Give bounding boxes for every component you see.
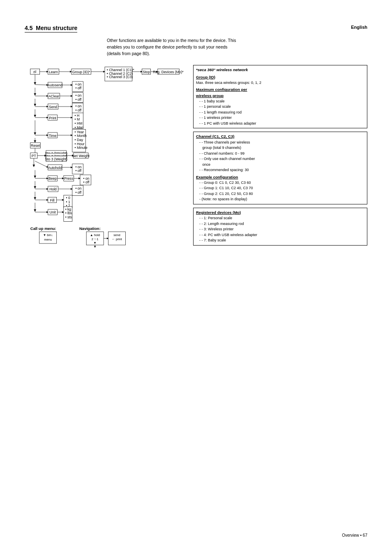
example-item: - Group 1: C1 10, C2 40, C3 70 — [199, 185, 364, 191]
config-item: - 1 baby scale — [199, 99, 364, 104]
svg-text:• 1: • 1 — [66, 200, 70, 204]
device-item: - 2: Length measuring rod — [199, 221, 364, 227]
channel-item: - Channel numbers: 0 - 99 — [199, 151, 364, 157]
svg-text:Learn: Learn — [49, 70, 58, 74]
device-item: - 4: PC with USB wireless adapter — [199, 232, 364, 238]
channel-list: - Three channels per wireless group (tot… — [196, 140, 364, 173]
svg-text:• off: • off — [75, 169, 81, 173]
svg-text:PT: PT — [32, 154, 37, 158]
svg-text:Autosend: Autosend — [48, 83, 62, 88]
config-item: - 1 length measuring rod — [199, 110, 364, 116]
group-id-text: Max. three seca wireless groups: 0, 1, 2 — [196, 80, 364, 86]
svg-text:• lbs: • lbs — [65, 211, 72, 216]
seca-network-title: *seca 360° wireless network — [196, 67, 364, 73]
registered-devices-section: Registered devices (Mo) - 1: Personal sc… — [193, 208, 367, 246]
info-panel: *seca 360° wireless network Group (ID) M… — [189, 65, 367, 321]
svg-text:• Hour: • Hour — [75, 142, 85, 146]
svg-text:• H: • H — [75, 114, 80, 118]
channel-section: Channel (C1, C2, C3) - Three channels pe… — [193, 132, 367, 204]
svg-text:▲ hold: ▲ hold — [90, 233, 100, 237]
example-config-title: Example configuration — [196, 174, 364, 180]
svg-text:Group (ID)*: Group (ID)* — [72, 70, 91, 74]
section-title: 4.5 Menu structure — [25, 25, 77, 32]
svg-marker-31 — [34, 93, 36, 96]
svg-text:AClear: AClear — [48, 94, 59, 98]
svg-text:rF: rF — [33, 70, 37, 74]
svg-text:Fill: Fill — [50, 198, 55, 202]
svg-text:• on: • on — [75, 187, 81, 191]
svg-text:Unit: Unit — [50, 211, 56, 215]
svg-text:Print: Print — [49, 116, 56, 120]
svg-text:• M: • M — [75, 118, 80, 122]
svg-text:• on: • on — [83, 176, 90, 181]
svg-text:• Man: • Man — [75, 125, 84, 130]
svg-marker-99 — [34, 176, 36, 178]
channel-item: - Three channels per wireless group (tot… — [199, 140, 364, 151]
max-config-list: - 1 baby scale - 1 personal scale - 1 le… — [196, 99, 364, 127]
example-item: - Group 0: C1 0, C2 30, C3 60 — [199, 180, 364, 186]
svg-text:send: send — [113, 233, 120, 237]
svg-text:• off: • off — [75, 86, 81, 90]
max-config-subtitle: Maximum configuration perwireless group — [196, 87, 364, 99]
svg-text:Navigation:: Navigation: — [79, 226, 101, 231]
language-label: English — [351, 25, 367, 30]
svg-text:• on: • on — [75, 82, 81, 86]
svg-text:• Day: • Day — [75, 138, 83, 142]
svg-marker-74 — [34, 140, 36, 143]
svg-marker-20 — [34, 82, 36, 85]
registered-devices-title: Registered devices (Mo) — [196, 210, 364, 216]
svg-text:Reg. Devices (Mo)*: Reg. Devices (Mo)* — [153, 70, 184, 74]
svg-text:• off: • off — [75, 108, 81, 112]
svg-text:menu: menu — [44, 238, 52, 242]
svg-text:← print: ← print — [112, 238, 122, 241]
config-item: - 1 wireless printer — [199, 115, 364, 121]
svg-text:• off: • off — [75, 97, 81, 102]
config-item: - 1 personal scale — [199, 104, 364, 110]
svg-text:Send: Send — [49, 105, 57, 109]
example-item: - Group 2: C1 20, C2 50, C3 80 — [199, 191, 364, 197]
svg-marker-60 — [34, 132, 36, 135]
svg-text:Sto 3 (Weight): Sto 3 (Weight) — [45, 157, 67, 161]
svg-text:Time: Time — [49, 134, 57, 138]
example-item: (Note: no spaces in display) — [199, 197, 364, 202]
svg-marker-111 — [34, 186, 36, 189]
channel-title: Channel (C1, C2, C3) — [196, 134, 364, 139]
device-item: - 7: Baby scale — [199, 238, 364, 243]
svg-text:• Minute: • Minute — [75, 146, 88, 150]
page-number: Overview • 67 — [342, 533, 367, 538]
svg-marker-120 — [34, 197, 36, 200]
flow-diagram: rF Learn Group (ID)* • Channel 1 (C1)* •… — [25, 65, 185, 321]
svg-marker-90 — [32, 165, 35, 167]
channel-item: - Only use each channel number once — [199, 156, 364, 167]
svg-text:• 0: • 0 — [66, 196, 70, 200]
svg-text:Call up menu:: Call up menu: — [30, 226, 56, 231]
svg-text:• on: • on — [75, 94, 81, 98]
svg-marker-49 — [34, 115, 36, 117]
svg-text:▼ bm↓: ▼ bm↓ — [43, 233, 53, 237]
svg-marker-40 — [34, 104, 36, 107]
svg-line-93 — [35, 161, 48, 167]
svg-line-23 — [35, 85, 48, 85]
svg-text:• off: • off — [75, 190, 81, 195]
svg-text:Net Weight: Net Weight — [72, 154, 90, 158]
svg-text:• HM: • HM — [75, 121, 83, 125]
intro-text: Other functions are available to you in … — [107, 37, 238, 57]
svg-text:Hold: Hold — [49, 187, 57, 191]
svg-text:• Channel 3 (C3): • Channel 3 (C3) — [107, 75, 133, 79]
svg-marker-130 — [34, 209, 36, 212]
svg-text:• on: • on — [75, 165, 81, 169]
svg-text:• Year: • Year — [75, 130, 84, 134]
devices-list: - 1: Personal scale - 2: Length measurin… — [196, 216, 364, 243]
svg-text:Reset: Reset — [31, 144, 40, 148]
channel-item: - Recommended spacing: 30 — [199, 167, 364, 173]
device-item: - 1: Personal scale — [199, 216, 364, 221]
svg-text:• on: • on — [75, 104, 81, 108]
svg-text:• off: • off — [83, 180, 90, 184]
svg-text:▼: ▼ — [93, 241, 97, 245]
svg-text:• sts: • sts — [65, 215, 72, 219]
example-list: - Group 0: C1 0, C2 30, C3 60 - Group 1:… — [196, 180, 364, 202]
group-id-subtitle: Group (ID) — [196, 74, 364, 80]
svg-text:Autohold: Autohold — [48, 166, 62, 170]
svg-text:Stop: Stop — [143, 70, 150, 74]
config-item: - 1 PC with USB wireless adapter — [199, 121, 364, 127]
